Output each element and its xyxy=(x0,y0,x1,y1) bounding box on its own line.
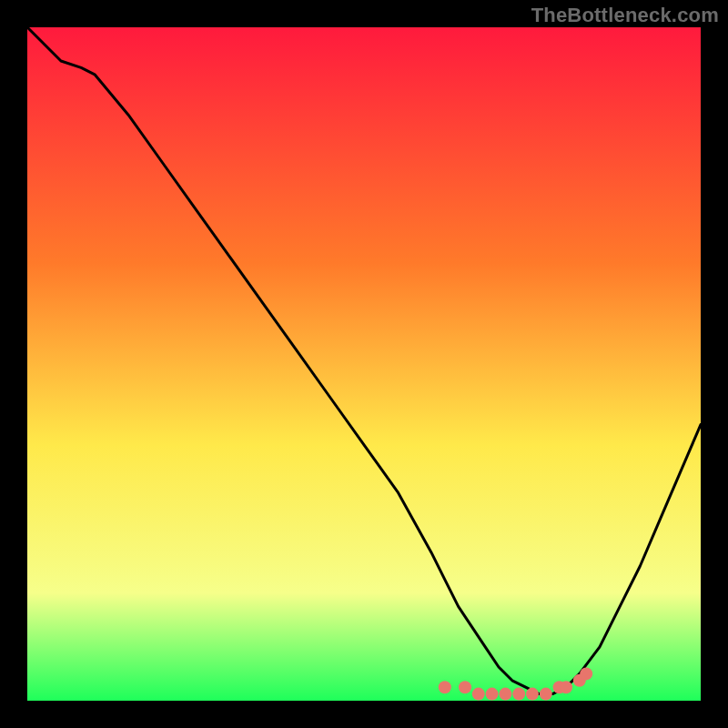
accent-dot xyxy=(540,688,552,701)
accent-dot xyxy=(459,681,471,693)
watermark-label: TheBottleneck.com xyxy=(531,4,719,27)
accent-dot xyxy=(499,688,511,701)
accent-dot xyxy=(472,688,485,701)
bottleneck-chart xyxy=(27,27,701,701)
gradient-background xyxy=(27,27,701,701)
accent-dot xyxy=(580,667,592,680)
accent-dot xyxy=(439,681,451,693)
accent-dot xyxy=(560,681,572,693)
accent-dot xyxy=(486,688,499,701)
accent-dot xyxy=(526,688,539,701)
accent-dot xyxy=(512,688,525,701)
chart-container: TheBottleneck.com xyxy=(0,0,728,728)
plot-frame xyxy=(27,27,701,701)
